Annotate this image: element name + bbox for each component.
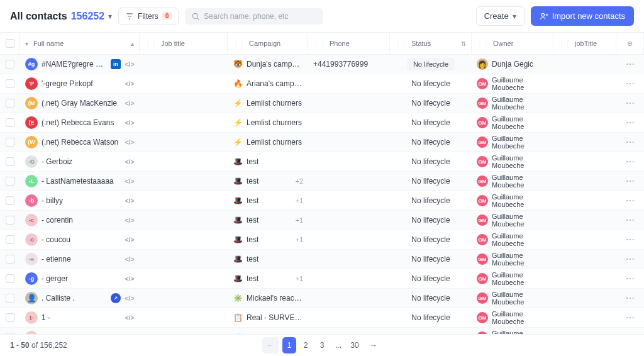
row-checkbox[interactable] — [6, 274, 14, 283]
code-icon[interactable]: </> — [125, 215, 135, 225]
header-jobtitle[interactable]: ⋮⋮Job title — [140, 33, 228, 54]
code-icon[interactable]: </> — [125, 79, 135, 89]
status-value[interactable]: No lifecycle — [407, 58, 455, 70]
table-row[interactable]: (E(.net) Rebecca Evans</>⚡Lemlist churne… — [0, 113, 644, 133]
code-icon[interactable]: </> — [125, 235, 135, 245]
create-label: Create — [484, 11, 509, 21]
status-value[interactable]: No lifecycle — [411, 274, 450, 283]
code-icon[interactable]: </> — [125, 196, 135, 206]
pager-page-30[interactable]: 30 — [348, 337, 362, 353]
row-checkbox[interactable] — [6, 216, 14, 225]
status-value[interactable]: No lifecycle — [411, 177, 450, 186]
row-actions-button[interactable]: ⋯ — [626, 59, 635, 69]
search-box[interactable] — [185, 8, 323, 25]
row-checkbox[interactable] — [6, 157, 14, 166]
row-actions-button[interactable]: ⋯ — [626, 196, 635, 206]
code-icon[interactable]: </> — [125, 137, 135, 147]
filters-button[interactable]: Filters 0 — [118, 8, 179, 25]
row-actions-button[interactable]: ⋯ — [626, 313, 635, 323]
row-actions-button[interactable]: ⋯ — [626, 176, 635, 186]
header-phone[interactable]: ⋮⋮Phone — [308, 33, 390, 54]
row-actions-button[interactable]: ⋯ — [626, 254, 635, 264]
code-icon[interactable]: </> — [125, 98, 135, 108]
header-fullname[interactable]: ▾ Full name ▴ — [20, 33, 140, 54]
status-value[interactable]: No lifecycle — [411, 313, 450, 322]
row-checkbox[interactable] — [6, 196, 14, 205]
pager-prev[interactable]: ← — [262, 337, 279, 353]
row-checkbox[interactable] — [6, 138, 14, 147]
status-value[interactable]: No lifecycle — [411, 157, 450, 166]
row-actions-button[interactable]: ⋯ — [626, 137, 635, 147]
row-actions-button[interactable]: ⋯ — [626, 293, 635, 303]
header-campaign[interactable]: ⋮⋮Campaign — [228, 33, 308, 54]
code-icon[interactable]: </> — [125, 176, 135, 186]
status-value[interactable]: No lifecycle — [411, 196, 450, 205]
row-actions-button[interactable]: ⋯ — [626, 79, 635, 89]
campaign-icon: 🐯 — [233, 60, 243, 69]
row-actions-button[interactable]: ⋯ — [626, 274, 635, 284]
row-checkbox[interactable] — [6, 99, 14, 108]
row-checkbox[interactable] — [6, 60, 14, 69]
table-row[interactable]: 1-1 -</>📋Real - SURVEY real ...No lifecy… — [0, 308, 644, 328]
table-row[interactable]: -e- etienne</>🎩testNo lifecycleGMGuillau… — [0, 250, 644, 269]
table-row[interactable]: 1A1 Admin</>⚡Lemlist churnersNo lifecycl… — [0, 328, 644, 334]
row-checkbox[interactable] — [6, 255, 14, 264]
code-icon[interactable]: </> — [125, 274, 135, 284]
row-checkbox[interactable] — [6, 294, 14, 303]
row-actions-button[interactable]: ⋯ — [626, 235, 635, 245]
table-row[interactable]: 👤. Calliste .↗</>✳️Mickael's react testN… — [0, 289, 644, 308]
table-row[interactable]: -c- corentin</>🎩test+1No lifecycleGMGuil… — [0, 211, 644, 230]
campaign-name: Dunja's campaign (... — [247, 60, 303, 69]
code-icon[interactable]: </> — [125, 254, 135, 264]
header-status[interactable]: ⋮⋮Status⇅ — [390, 33, 472, 54]
status-value[interactable]: No lifecycle — [411, 235, 450, 244]
table-row[interactable]: -g- gerger</>🎩test+1No lifecycleGMGuilla… — [0, 269, 644, 289]
code-icon[interactable]: </> — [125, 157, 135, 167]
row-actions-button[interactable]: ⋯ — [626, 98, 635, 108]
row-checkbox[interactable] — [6, 313, 14, 322]
import-contacts-button[interactable]: Import new contacts — [531, 6, 634, 26]
contact-avatar: (E — [25, 116, 38, 129]
owner-name: Guillaume Moubeche — [492, 115, 548, 130]
linkedin-icon[interactable]: in — [111, 59, 121, 69]
pager-page-2[interactable]: 2 — [299, 337, 313, 353]
status-value[interactable]: No lifecycle — [411, 255, 450, 264]
pager-page-1[interactable]: 1 — [282, 337, 296, 353]
row-actions-button[interactable]: ⋯ — [626, 118, 635, 128]
code-icon[interactable]: </> — [125, 118, 135, 128]
table-row[interactable]: -b- billyy</>🎩test+1No lifecycleGMGuilla… — [0, 191, 644, 211]
header-jobtitle2[interactable]: ⋮⋮jobTitle — [553, 33, 616, 54]
status-value[interactable]: No lifecycle — [411, 216, 450, 225]
status-value[interactable]: No lifecycle — [411, 79, 450, 88]
pager-next[interactable]: → — [365, 337, 382, 353]
view-title[interactable]: All contacts 156252 ▾ — [10, 11, 112, 22]
campaign-name: test — [247, 274, 291, 283]
row-checkbox[interactable] — [6, 235, 14, 244]
table-row[interactable]: #g#NAME?gregre gergregin</>🐯Dunja's camp… — [0, 55, 644, 74]
code-icon[interactable]: </> — [125, 293, 135, 303]
row-checkbox[interactable] — [6, 79, 14, 88]
status-value[interactable]: No lifecycle — [411, 138, 450, 147]
table-row[interactable]: -L- LastNametestaaaaa</>🎩test+2No lifecy… — [0, 172, 644, 191]
status-value[interactable]: No lifecycle — [411, 99, 450, 108]
row-actions-button[interactable]: ⋯ — [626, 215, 635, 225]
row-actions-button[interactable]: ⋯ — [626, 157, 635, 167]
code-icon[interactable]: </> — [125, 59, 135, 69]
create-button[interactable]: Create ▾ — [476, 6, 525, 26]
row-checkbox[interactable] — [6, 177, 14, 186]
code-icon[interactable]: </> — [125, 313, 135, 323]
status-value[interactable]: No lifecycle — [411, 118, 450, 127]
table-row[interactable]: (M(.net) Gray MacKenzie</>⚡Lemlist churn… — [0, 94, 644, 113]
table-row[interactable]: -c- coucou</>🎩test+1No lifecycleGMGuilla… — [0, 230, 644, 250]
search-input[interactable] — [204, 12, 317, 21]
pager-page-3[interactable]: 3 — [315, 337, 329, 353]
header-add-column[interactable]: ⊕ — [616, 33, 644, 54]
contact-name: - gerger — [42, 274, 121, 283]
header-owner[interactable]: ⋮⋮Owner — [472, 33, 553, 54]
row-checkbox[interactable] — [6, 118, 14, 127]
header-checkbox[interactable] — [0, 33, 20, 54]
table-row[interactable]: (W(.net) Rebecca Watson</>⚡Lemlist churn… — [0, 133, 644, 152]
table-row[interactable]: -G- Gerboiz</>🎩testNo lifecycleGMGuillau… — [0, 152, 644, 172]
status-value[interactable]: No lifecycle — [411, 294, 450, 303]
table-row[interactable]: 'P'-gregre Pirkopf</>🔥Ariana's campaign … — [0, 74, 644, 94]
